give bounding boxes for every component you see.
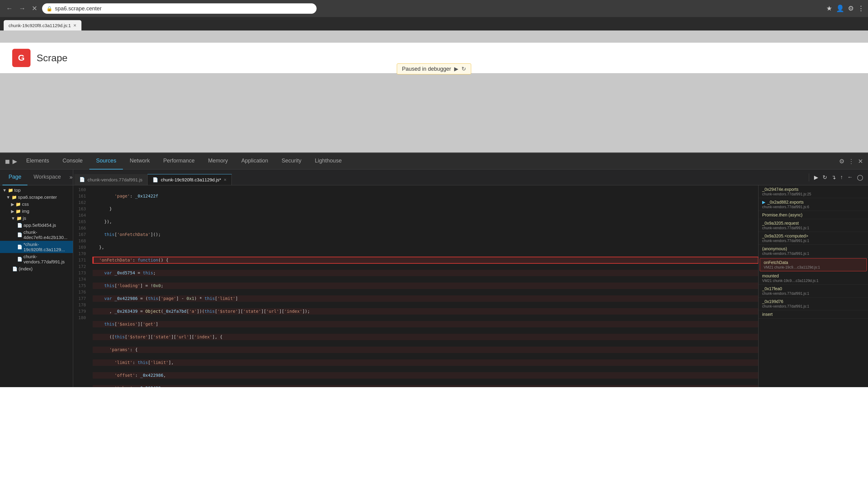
folder-icon: 📁	[17, 216, 22, 221]
tree-item-css[interactable]: ▶ 📁 css	[0, 201, 73, 207]
scrape-app-name: Scrape	[37, 52, 67, 64]
cs-entry-mounted[interactable]: mounted VM21 chunk-19c9....c3a1129d.js:1	[758, 272, 868, 285]
step-button[interactable]: ↻	[461, 66, 466, 72]
folder-icon: 📁	[11, 195, 17, 200]
cs-entry-async[interactable]: Promise.then (async)	[758, 211, 868, 219]
cs-name-async: Promise.then (async)	[762, 213, 864, 217]
tab-title: chunk-19c920f8.c3a1129d.js:1	[8, 23, 71, 28]
sidebar-tabs-row: Page Workspace » ⋮	[0, 170, 73, 185]
sidebar: ▼ 📁 top ▼ 📁 spa6.scrape.center ▶ 📁 css ▶…	[0, 185, 73, 387]
folder-arrow-icon: ▶	[11, 209, 14, 214]
tab-performance[interactable]: Performance	[156, 153, 201, 170]
cs-entry-5[interactable]: _0x9a3205.<computed> chunk-vendors.77daf…	[758, 232, 868, 245]
code-line-168: var _0x422986 = (this['page'] - 0x1) * t…	[93, 295, 758, 302]
tab-bar: chunk-19c920f8.c3a1129d.js:1 ✕	[0, 17, 868, 30]
cs-file-17fea0: chunk-vendors.77daf991.js:1	[762, 291, 864, 296]
more-icon[interactable]: ⋮	[848, 157, 854, 165]
tree-label: (index)	[19, 266, 33, 271]
folder-icon: 📁	[8, 188, 13, 193]
page-wrapper: G Scrape Paused in debugger ▶ ↻	[0, 30, 868, 152]
tab-network[interactable]: Network	[123, 153, 156, 170]
sidebar-tab-page[interactable]: Page	[2, 170, 27, 185]
code-line-174: 'offset': _0x422986,	[93, 372, 758, 378]
code-line-163: this['onFetchData']();	[93, 231, 758, 238]
code-tab-close-icon[interactable]: ✕	[223, 178, 226, 182]
step-out-button[interactable]: ↑	[839, 173, 844, 181]
sidebar-tab-workspace[interactable]: Workspace	[27, 170, 67, 185]
star-icon[interactable]: ★	[826, 5, 832, 13]
cs-name-5: _0x9a3205.<computed>	[762, 233, 864, 238]
code-line-164: },	[93, 244, 758, 251]
tree-item-top[interactable]: ▼ 📁 top	[0, 187, 73, 194]
browser-tab[interactable]: chunk-19c920f8.c3a1129d.js:1 ✕	[4, 20, 81, 30]
tree-item-vendors[interactable]: 📄 chunk-vendors.77daf991.js	[0, 253, 73, 265]
cs-entry-6[interactable]: (anonymous) chunk-vendors.77daf991.js:1	[758, 245, 868, 257]
resume-button[interactable]: ▶	[454, 66, 458, 72]
tab-memory[interactable]: Memory	[201, 153, 235, 170]
step-back-button[interactable]: ←	[846, 173, 854, 181]
tree-item-js[interactable]: ▼ 📁 js	[0, 215, 73, 222]
code-tab-vendors[interactable]: 📄 chunk-vendors.77daf991.js	[74, 174, 148, 185]
address-bar[interactable]: 🔒 spa6.scrape.center	[42, 3, 317, 14]
file-icon: 📄	[12, 266, 17, 271]
settings-icon[interactable]: ⚙	[839, 157, 845, 165]
code-line-171: ([this['$store']['state']['url']['index'…	[93, 334, 758, 340]
tab-lighthouse[interactable]: Lighthouse	[308, 153, 348, 170]
cs-entry-17fea0[interactable]: _0x17fea0 chunk-vendors.77daf991.js:1	[758, 285, 868, 297]
tree-item-app-js[interactable]: 📄 app.5ef0d454.js	[0, 222, 73, 229]
tab-console[interactable]: Console	[56, 153, 89, 170]
forward-button[interactable]: →	[17, 3, 28, 14]
tree-item-index[interactable]: 📄 (index)	[0, 265, 73, 272]
tree-item-img[interactable]: ▶ 📁 img	[0, 207, 73, 215]
account-icon[interactable]: 👤	[836, 5, 844, 13]
chrome-icons: ★ 👤 ⚙ ⋮	[826, 5, 864, 13]
tab-close-icon[interactable]: ✕	[73, 23, 76, 28]
code-line-162: }),	[93, 219, 758, 225]
cs-entry-4[interactable]: _0x9a3205.request chunk-vendors.77daf991…	[758, 219, 868, 232]
folder-arrow-icon: ▼	[11, 216, 15, 221]
cs-file-6: chunk-vendors.77daf991.js:1	[762, 251, 864, 256]
tab-application[interactable]: Application	[235, 153, 275, 170]
tree-label: img	[22, 208, 29, 214]
code-container[interactable]: 160 161 162 163 164 165 166 167 168 169 …	[73, 185, 758, 387]
devtools-toggle-icon[interactable]: ◼	[5, 157, 10, 165]
devtools-body: ▼ 📁 top ▼ 📁 spa6.scrape.center ▶ 📁 css ▶…	[0, 185, 868, 387]
tab-sources[interactable]: Sources	[89, 153, 123, 170]
cs-entry-1[interactable]: _0x29474e.exports chunk-vendors.77daf991…	[758, 185, 868, 198]
browser-chrome: ← → ✕ 🔒 spa6.scrape.center ★ 👤 ⚙ ⋮	[0, 0, 868, 17]
tree-item-domain[interactable]: ▼ 📁 spa6.scrape.center	[0, 194, 73, 201]
cs-entry-onfetch[interactable]: onFetchData VM21 chunk-19c9....c3a1129d.…	[760, 258, 867, 271]
tree-item-chunk4dec[interactable]: 📄 chunk-4dec7ef0.e4c2b130...	[0, 229, 73, 241]
tab-security[interactable]: Security	[275, 153, 308, 170]
resume-debugger-button[interactable]: ▶	[813, 173, 820, 181]
menu-icon[interactable]: ⋮	[858, 5, 864, 13]
tree-item-chunk19[interactable]: 📄 *chunk-19c920f8.c3a1129...	[0, 241, 73, 253]
cs-entry-199d76[interactable]: _0x199d76 chunk-vendors.77daf991.js:1	[758, 297, 868, 310]
deactivate-button[interactable]: ◯	[856, 173, 864, 181]
reload-button[interactable]: ✕	[29, 3, 40, 14]
cs-entry-2[interactable]: ▶ _0x2ad882.exports chunk-vendors.77daf9…	[758, 198, 868, 211]
tree-label: js	[23, 216, 26, 221]
code-tab-chunk19[interactable]: 📄 chunk-19c920f8.c3a1129d.js* ✕	[148, 174, 232, 185]
line-numbers: 160 161 162 163 164 165 166 167 168 169 …	[73, 185, 89, 387]
url-text: spa6.scrape.center	[55, 5, 101, 12]
code-line-169: , _0x263439 = Object(_0x2fa7bd['a'])(thi…	[93, 308, 758, 315]
devtools-inspect-icon[interactable]: ▶	[13, 157, 17, 165]
cs-file-1: chunk-vendors.77daf991.js:25	[762, 192, 864, 196]
cs-name-4: _0x9a3205.request	[762, 221, 864, 226]
tab-elements[interactable]: Elements	[20, 153, 56, 170]
close-devtools-icon[interactable]: ✕	[858, 157, 863, 165]
debugger-text: Paused in debugger	[402, 66, 451, 72]
cs-file-2: chunk-vendors.77daf991.js:6	[762, 205, 864, 209]
cs-file-mounted: VM21 chunk-19c9....c3a1129d.js:1	[762, 279, 864, 283]
extension-icon[interactable]: ⚙	[848, 5, 854, 13]
code-line-165: 'onFetchData': function() {	[93, 257, 758, 263]
code-line-167: this['loading'] = !0x0;	[93, 282, 758, 289]
cs-entry-insert[interactable]: insert	[758, 310, 868, 319]
back-button[interactable]: ←	[4, 3, 15, 14]
code-line-175: 'token': _0x263439	[93, 385, 758, 387]
cs-name-17fea0: _0x17fea0	[762, 286, 864, 291]
folder-arrow-icon: ▼	[6, 195, 10, 200]
step-into-button[interactable]: ↴	[830, 173, 837, 181]
step-over-button[interactable]: ↻	[821, 173, 828, 181]
